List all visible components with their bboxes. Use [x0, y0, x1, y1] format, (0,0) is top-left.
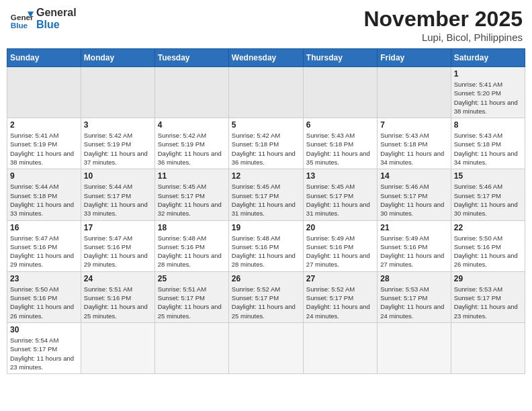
day-number: 8 [454, 120, 522, 130]
day-number: 4 [158, 120, 226, 130]
day-number: 20 [306, 223, 374, 232]
calendar-cell-5-5 [378, 322, 451, 373]
header-thursday: Thursday [303, 49, 377, 67]
calendar-cell-3-6: 22Sunrise: 5:50 AMSunset: 5:16 PMDayligh… [451, 220, 525, 271]
day-info: Sunrise: 5:41 AMSunset: 5:20 PMDaylight:… [454, 80, 522, 116]
day-number: 17 [84, 223, 152, 232]
calendar-cell-1-2: 4Sunrise: 5:42 AMSunset: 5:19 PMDaylight… [154, 118, 228, 169]
location: Lupi, Bicol, Philippines [363, 32, 523, 43]
day-info: Sunrise: 5:45 AMSunset: 5:17 PMDaylight:… [306, 182, 374, 218]
day-info: Sunrise: 5:43 AMSunset: 5:18 PMDaylight:… [306, 131, 374, 167]
calendar-cell-2-0: 9Sunrise: 5:44 AMSunset: 5:18 PMDaylight… [7, 169, 81, 220]
calendar-cell-3-1: 17Sunrise: 5:47 AMSunset: 5:16 PMDayligh… [81, 220, 154, 271]
header-saturday: Saturday [451, 49, 525, 67]
day-number: 27 [306, 274, 374, 283]
day-info: Sunrise: 5:53 AMSunset: 5:17 PMDaylight:… [380, 285, 447, 320]
day-number: 23 [10, 274, 78, 283]
day-info: Sunrise: 5:49 AMSunset: 5:16 PMDaylight:… [380, 234, 447, 269]
day-number: 9 [10, 171, 78, 181]
day-number: 13 [306, 171, 374, 181]
calendar-cell-2-6: 15Sunrise: 5:46 AMSunset: 5:17 PMDayligh… [451, 169, 525, 220]
day-info: Sunrise: 5:47 AMSunset: 5:16 PMDaylight:… [10, 234, 78, 269]
calendar-cell-3-2: 18Sunrise: 5:48 AMSunset: 5:16 PMDayligh… [154, 220, 228, 271]
calendar-cell-2-5: 14Sunrise: 5:46 AMSunset: 5:17 PMDayligh… [378, 169, 451, 220]
header-friday: Friday [378, 49, 451, 67]
calendar-cell-4-2: 25Sunrise: 5:51 AMSunset: 5:17 PMDayligh… [154, 271, 228, 322]
calendar-cell-5-3 [228, 322, 303, 373]
page-header: General Blue General Blue November 2025 … [7, 7, 525, 43]
day-info: Sunrise: 5:52 AMSunset: 5:17 PMDaylight:… [306, 285, 374, 320]
calendar-cell-2-3: 12Sunrise: 5:45 AMSunset: 5:17 PMDayligh… [228, 169, 303, 220]
day-info: Sunrise: 5:42 AMSunset: 5:19 PMDaylight:… [84, 131, 152, 167]
day-number: 1 [454, 69, 522, 79]
day-info: Sunrise: 5:43 AMSunset: 5:18 PMDaylight:… [454, 131, 522, 167]
day-info: Sunrise: 5:49 AMSunset: 5:16 PMDaylight:… [306, 234, 374, 269]
day-number: 19 [232, 223, 300, 232]
day-number: 30 [10, 325, 78, 334]
calendar-week-0: 1Sunrise: 5:41 AMSunset: 5:20 PMDaylight… [7, 67, 525, 118]
calendar-cell-1-6: 8Sunrise: 5:43 AMSunset: 5:18 PMDaylight… [451, 118, 525, 169]
calendar-cell-1-3: 5Sunrise: 5:42 AMSunset: 5:18 PMDaylight… [228, 118, 303, 169]
day-number: 18 [158, 223, 226, 232]
calendar-cell-5-2 [154, 322, 228, 373]
day-info: Sunrise: 5:44 AMSunset: 5:17 PMDaylight:… [84, 182, 152, 218]
calendar-header-row: SundayMondayTuesdayWednesdayThursdayFrid… [7, 49, 525, 67]
day-info: Sunrise: 5:46 AMSunset: 5:17 PMDaylight:… [454, 182, 522, 218]
day-number: 10 [84, 171, 152, 181]
logo-general: General [36, 7, 77, 18]
title-block: November 2025 Lupi, Bicol, Philippines [363, 7, 523, 43]
day-info: Sunrise: 5:42 AMSunset: 5:18 PMDaylight:… [232, 131, 300, 167]
calendar-cell-4-0: 23Sunrise: 5:50 AMSunset: 5:16 PMDayligh… [7, 271, 81, 322]
calendar-cell-1-4: 6Sunrise: 5:43 AMSunset: 5:18 PMDaylight… [303, 118, 377, 169]
day-info: Sunrise: 5:45 AMSunset: 5:17 PMDaylight:… [158, 182, 226, 218]
day-number: 3 [84, 120, 152, 130]
day-info: Sunrise: 5:54 AMSunset: 5:17 PMDaylight:… [10, 336, 78, 371]
day-info: Sunrise: 5:51 AMSunset: 5:16 PMDaylight:… [84, 285, 152, 320]
day-info: Sunrise: 5:50 AMSunset: 5:16 PMDaylight:… [454, 234, 522, 269]
calendar-cell-2-4: 13Sunrise: 5:45 AMSunset: 5:17 PMDayligh… [303, 169, 377, 220]
day-info: Sunrise: 5:41 AMSunset: 5:19 PMDaylight:… [10, 131, 78, 167]
day-number: 11 [158, 171, 226, 181]
logo-blue: Blue [36, 19, 77, 31]
calendar-cell-1-0: 2Sunrise: 5:41 AMSunset: 5:19 PMDaylight… [7, 118, 81, 169]
calendar-cell-5-0: 30Sunrise: 5:54 AMSunset: 5:17 PMDayligh… [7, 322, 81, 373]
day-info: Sunrise: 5:42 AMSunset: 5:19 PMDaylight:… [158, 131, 226, 167]
svg-text:Blue: Blue [11, 21, 28, 30]
day-info: Sunrise: 5:47 AMSunset: 5:16 PMDaylight:… [84, 234, 152, 269]
calendar-cell-5-1 [81, 322, 154, 373]
day-info: Sunrise: 5:45 AMSunset: 5:17 PMDaylight:… [232, 182, 300, 218]
day-info: Sunrise: 5:51 AMSunset: 5:17 PMDaylight:… [158, 285, 226, 320]
calendar-cell-1-5: 7Sunrise: 5:43 AMSunset: 5:18 PMDaylight… [378, 118, 451, 169]
calendar-cell-3-5: 21Sunrise: 5:49 AMSunset: 5:16 PMDayligh… [378, 220, 451, 271]
header-sunday: Sunday [7, 49, 81, 67]
calendar-cell-3-4: 20Sunrise: 5:49 AMSunset: 5:16 PMDayligh… [303, 220, 377, 271]
day-number: 15 [454, 171, 522, 181]
day-number: 2 [10, 120, 78, 130]
calendar-cell-0-5 [378, 67, 451, 118]
calendar-week-3: 16Sunrise: 5:47 AMSunset: 5:16 PMDayligh… [7, 220, 525, 271]
calendar-cell-4-6: 29Sunrise: 5:53 AMSunset: 5:17 PMDayligh… [451, 271, 525, 322]
day-number: 6 [306, 120, 374, 130]
calendar-cell-2-1: 10Sunrise: 5:44 AMSunset: 5:17 PMDayligh… [81, 169, 154, 220]
calendar-cell-4-4: 27Sunrise: 5:52 AMSunset: 5:17 PMDayligh… [303, 271, 377, 322]
calendar-cell-1-1: 3Sunrise: 5:42 AMSunset: 5:19 PMDaylight… [81, 118, 154, 169]
day-number: 21 [380, 223, 447, 232]
calendar-cell-0-6: 1Sunrise: 5:41 AMSunset: 5:20 PMDaylight… [451, 67, 525, 118]
day-number: 28 [380, 274, 447, 283]
calendar-cell-4-3: 26Sunrise: 5:52 AMSunset: 5:17 PMDayligh… [228, 271, 303, 322]
logo: General Blue General Blue [9, 7, 77, 31]
logo-icon: General Blue [9, 7, 34, 31]
calendar-cell-0-0 [7, 67, 81, 118]
day-info: Sunrise: 5:48 AMSunset: 5:16 PMDaylight:… [232, 234, 300, 269]
calendar-cell-3-3: 19Sunrise: 5:48 AMSunset: 5:16 PMDayligh… [228, 220, 303, 271]
month-title: November 2025 [363, 7, 523, 32]
calendar-cell-4-1: 24Sunrise: 5:51 AMSunset: 5:16 PMDayligh… [81, 271, 154, 322]
calendar-table: SundayMondayTuesdayWednesdayThursdayFrid… [7, 48, 525, 374]
calendar-cell-5-6 [451, 322, 525, 373]
calendar-week-2: 9Sunrise: 5:44 AMSunset: 5:18 PMDaylight… [7, 169, 525, 220]
calendar-cell-0-3 [228, 67, 303, 118]
day-number: 26 [232, 274, 300, 283]
header-tuesday: Tuesday [154, 49, 228, 67]
day-info: Sunrise: 5:46 AMSunset: 5:17 PMDaylight:… [380, 182, 447, 218]
day-number: 7 [380, 120, 447, 130]
